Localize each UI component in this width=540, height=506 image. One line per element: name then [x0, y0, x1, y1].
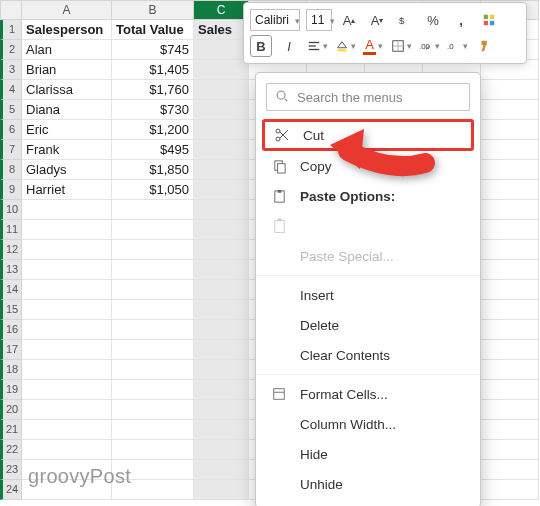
cell-B12[interactable] [112, 240, 194, 260]
cell-A9[interactable]: Harriet [22, 180, 112, 200]
cell-A1[interactable]: Salesperson [22, 20, 112, 40]
row-header-18[interactable]: 18 [0, 360, 22, 380]
cell-A15[interactable] [22, 300, 112, 320]
fill-color-button[interactable] [334, 35, 356, 57]
cell-B16[interactable] [112, 320, 194, 340]
cell-B2[interactable]: $745 [112, 40, 194, 60]
row-header-3[interactable]: 3 [0, 60, 22, 80]
cell-B18[interactable] [112, 360, 194, 380]
row-header-14[interactable]: 14 [0, 280, 22, 300]
cell-B20[interactable] [112, 400, 194, 420]
cell-H11[interactable] [481, 220, 539, 240]
cell-H19[interactable] [481, 380, 539, 400]
cell-C23[interactable] [194, 460, 249, 480]
row-header-4[interactable]: 4 [0, 80, 22, 100]
cell-A4[interactable]: Clarissa [22, 80, 112, 100]
cell-C16[interactable] [194, 320, 249, 340]
cell-H17[interactable] [481, 340, 539, 360]
row-header-15[interactable]: 15 [0, 300, 22, 320]
row-header-11[interactable]: 11 [0, 220, 22, 240]
cell-C15[interactable] [194, 300, 249, 320]
font-name-select[interactable]: Calibri [250, 9, 300, 31]
cell-B9[interactable]: $1,050 [112, 180, 194, 200]
percent-format-icon[interactable]: % [422, 9, 444, 31]
cell-H6[interactable] [481, 120, 539, 140]
cell-A17[interactable] [22, 340, 112, 360]
cell-C13[interactable] [194, 260, 249, 280]
menu-copy[interactable]: Copy [256, 151, 480, 181]
cell-C19[interactable] [194, 380, 249, 400]
row-header-23[interactable]: 23 [0, 460, 22, 480]
cell-H20[interactable] [481, 400, 539, 420]
cell-B22[interactable] [112, 440, 194, 460]
cell-A22[interactable] [22, 440, 112, 460]
cell-C18[interactable] [194, 360, 249, 380]
cell-A7[interactable]: Frank [22, 140, 112, 160]
cell-C14[interactable] [194, 280, 249, 300]
cell-H18[interactable] [481, 360, 539, 380]
row-header-8[interactable]: 8 [0, 160, 22, 180]
cell-A5[interactable]: Diana [22, 100, 112, 120]
row-header-22[interactable]: 22 [0, 440, 22, 460]
cell-A21[interactable] [22, 420, 112, 440]
row-header-2[interactable]: 2 [0, 40, 22, 60]
cell-B17[interactable] [112, 340, 194, 360]
cell-C8[interactable] [194, 160, 249, 180]
row-header-10[interactable]: 10 [0, 200, 22, 220]
row-header-24[interactable]: 24 [0, 480, 22, 500]
cell-C2[interactable] [194, 40, 249, 60]
cell-C21[interactable] [194, 420, 249, 440]
cell-H4[interactable] [481, 80, 539, 100]
cell-B6[interactable]: $1,200 [112, 120, 194, 140]
borders-button[interactable] [390, 35, 412, 57]
cell-B3[interactable]: $1,405 [112, 60, 194, 80]
cell-A16[interactable] [22, 320, 112, 340]
cell-B19[interactable] [112, 380, 194, 400]
cell-H12[interactable] [481, 240, 539, 260]
menu-hide[interactable]: Hide [256, 439, 480, 469]
row-header-19[interactable]: 19 [0, 380, 22, 400]
cell-A14[interactable] [22, 280, 112, 300]
cell-H13[interactable] [481, 260, 539, 280]
cell-C6[interactable] [194, 120, 249, 140]
bold-button[interactable]: B [250, 35, 272, 57]
cell-B15[interactable] [112, 300, 194, 320]
italic-button[interactable]: I [278, 35, 300, 57]
cell-H21[interactable] [481, 420, 539, 440]
cell-C9[interactable] [194, 180, 249, 200]
menu-search-input[interactable]: Search the menus [266, 83, 470, 111]
cell-B11[interactable] [112, 220, 194, 240]
menu-insert[interactable]: Insert [256, 280, 480, 310]
cell-B10[interactable] [112, 200, 194, 220]
select-all-corner[interactable] [0, 0, 22, 20]
cell-A20[interactable] [22, 400, 112, 420]
increase-decimal-icon[interactable]: .0 [446, 35, 468, 57]
cell-B1[interactable]: Total Value [112, 20, 194, 40]
cell-H16[interactable] [481, 320, 539, 340]
cell-A13[interactable] [22, 260, 112, 280]
cell-B13[interactable] [112, 260, 194, 280]
cell-C3[interactable] [194, 60, 249, 80]
cell-C1[interactable]: Sales [194, 20, 249, 40]
cell-H24[interactable] [481, 480, 539, 500]
cell-C20[interactable] [194, 400, 249, 420]
cell-C10[interactable] [194, 200, 249, 220]
row-header-5[interactable]: 5 [0, 100, 22, 120]
row-header-21[interactable]: 21 [0, 420, 22, 440]
column-header-B[interactable]: B [112, 0, 194, 20]
cell-B7[interactable]: $495 [112, 140, 194, 160]
menu-delete[interactable]: Delete [256, 310, 480, 340]
row-header-6[interactable]: 6 [0, 120, 22, 140]
decrease-font-icon[interactable]: A▾ [366, 9, 388, 31]
menu-clear-contents[interactable]: Clear Contents [256, 340, 480, 370]
cell-B21[interactable] [112, 420, 194, 440]
cell-H10[interactable] [481, 200, 539, 220]
decrease-decimal-icon[interactable]: .00 [418, 35, 440, 57]
cell-A10[interactable] [22, 200, 112, 220]
cell-H14[interactable] [481, 280, 539, 300]
cell-H22[interactable] [481, 440, 539, 460]
cell-C4[interactable] [194, 80, 249, 100]
font-size-select[interactable]: 11 [306, 9, 332, 31]
cell-H7[interactable] [481, 140, 539, 160]
accounting-format-icon[interactable]: $ [394, 9, 416, 31]
